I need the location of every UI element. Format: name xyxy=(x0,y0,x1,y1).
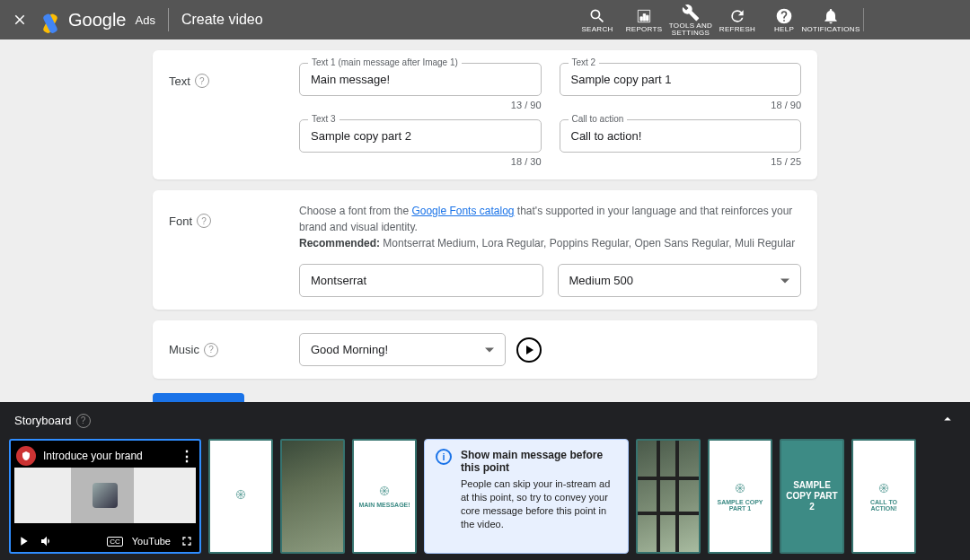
nav-tools[interactable]: TOOLS AND SETTINGS xyxy=(667,4,714,37)
font-description: Choose a font from the Google Fonts cata… xyxy=(299,203,801,251)
help-icon[interactable]: ? xyxy=(195,74,209,88)
text3-counter: 18 / 30 xyxy=(299,156,542,167)
google-fonts-link[interactable]: Google Fonts catalog xyxy=(411,205,514,217)
app-header: Google Ads Create video SEARCH REPORTS T… xyxy=(0,0,970,39)
text-label: Text xyxy=(169,74,190,88)
collapse-icon[interactable] xyxy=(939,411,956,430)
refresh-icon xyxy=(728,7,746,25)
cta-input[interactable] xyxy=(560,119,802,153)
music-card: Music ? Good Morning! xyxy=(153,320,817,379)
text1-input[interactable] xyxy=(299,63,542,96)
play-button[interactable] xyxy=(516,337,542,363)
text3-input[interactable] xyxy=(299,119,542,153)
nav-reports[interactable]: REPORTS xyxy=(621,7,667,33)
text2-input[interactable] xyxy=(560,63,802,96)
text-card: Text ? Text 1 (main message after Image … xyxy=(153,50,817,179)
help-icon xyxy=(775,7,793,25)
tools-icon xyxy=(682,4,700,22)
nav-help[interactable]: HELP xyxy=(761,7,807,33)
reports-icon xyxy=(635,7,653,25)
page-title: Create video xyxy=(181,12,263,28)
text2-counter: 18 / 90 xyxy=(560,100,802,110)
cta-counter: 15 / 25 xyxy=(560,156,802,167)
font-family-input[interactable] xyxy=(299,264,543,297)
font-weight-select[interactable]: Medium 500 xyxy=(558,264,802,297)
logo: Google Ads xyxy=(40,9,155,31)
help-icon[interactable]: ? xyxy=(76,414,91,428)
close-icon[interactable] xyxy=(7,7,32,32)
font-label: Font xyxy=(169,214,192,228)
bell-icon xyxy=(822,7,840,25)
text1-label: Text 1 (main message after Image 1) xyxy=(308,57,462,67)
nav-refresh[interactable]: REFRESH xyxy=(714,7,761,33)
cta-label: Call to action xyxy=(569,114,628,124)
text1-counter: 13 / 90 xyxy=(299,100,542,110)
nav-notifications[interactable]: NOTIFICATIONS xyxy=(807,7,854,33)
storyboard-panel: Storyboard ? Introduce your brand ⋮ xyxy=(0,402,970,430)
google-text: Google xyxy=(68,10,127,31)
ads-logo xyxy=(40,9,61,31)
text2-label: Text 2 xyxy=(569,57,600,67)
music-select[interactable]: Good Morning! xyxy=(299,333,506,366)
text3-label: Text 3 xyxy=(308,114,340,124)
ads-text: Ads xyxy=(136,13,155,27)
storyboard-label: Storyboard xyxy=(14,414,72,427)
music-label: Music xyxy=(169,343,199,356)
search-icon xyxy=(588,7,606,25)
help-icon[interactable]: ? xyxy=(197,214,211,228)
font-card: Font ? Choose a font from the Google Fon… xyxy=(153,190,817,310)
nav-search[interactable]: SEARCH xyxy=(574,7,621,33)
help-icon[interactable]: ? xyxy=(204,343,218,357)
